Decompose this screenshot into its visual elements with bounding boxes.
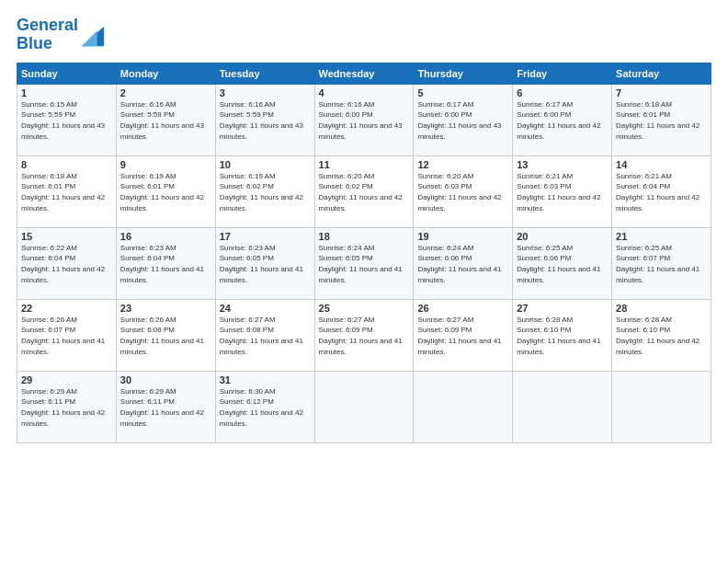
day-cell: 3 Sunrise: 6:16 AMSunset: 5:59 PMDayligh… xyxy=(215,84,314,155)
logo-icon xyxy=(80,22,106,48)
day-cell: 24 Sunrise: 6:27 AMSunset: 6:08 PMDaylig… xyxy=(215,299,314,371)
day-cell: 18 Sunrise: 6:24 AMSunset: 6:05 PMDaylig… xyxy=(314,227,414,299)
day-info: Sunrise: 6:27 AMSunset: 6:08 PMDaylight:… xyxy=(220,316,303,356)
page: General Blue SundayMondayTuesdayWednesda… xyxy=(0,0,728,563)
col-header-monday: Monday xyxy=(116,63,215,84)
day-cell: 13 Sunrise: 6:21 AMSunset: 6:03 PMDaylig… xyxy=(513,155,612,227)
day-info: Sunrise: 6:29 AMSunset: 6:11 PMDaylight:… xyxy=(120,387,204,428)
day-cell: 8 Sunrise: 6:18 AMSunset: 6:01 PMDayligh… xyxy=(17,155,117,227)
day-number: 2 xyxy=(120,87,211,98)
day-cell: 12 Sunrise: 6:20 AMSunset: 6:03 PMDaylig… xyxy=(414,155,513,227)
day-cell: 21 Sunrise: 6:25 AMSunset: 6:07 PMDaylig… xyxy=(612,227,711,299)
day-number: 17 xyxy=(220,231,311,242)
day-info: Sunrise: 6:20 AMSunset: 6:02 PMDaylight:… xyxy=(319,172,403,213)
day-info: Sunrise: 6:27 AMSunset: 6:09 PMDaylight:… xyxy=(319,316,403,356)
day-cell: 26 Sunrise: 6:27 AMSunset: 6:09 PMDaylig… xyxy=(414,299,513,371)
header: General Blue xyxy=(17,17,711,53)
day-cell: 15 Sunrise: 6:22 AMSunset: 6:04 PMDaylig… xyxy=(17,227,117,299)
day-number: 16 xyxy=(120,231,211,242)
svg-marker-1 xyxy=(82,30,97,46)
day-number: 21 xyxy=(616,231,707,242)
day-cell: 27 Sunrise: 6:28 AMSunset: 6:10 PMDaylig… xyxy=(513,299,612,371)
day-info: Sunrise: 6:18 AMSunset: 6:01 PMDaylight:… xyxy=(616,100,700,141)
day-info: Sunrise: 6:25 AMSunset: 6:07 PMDaylight:… xyxy=(616,244,700,284)
week-row-3: 15 Sunrise: 6:22 AMSunset: 6:04 PMDaylig… xyxy=(17,227,711,299)
day-number: 5 xyxy=(417,87,508,98)
day-number: 27 xyxy=(517,303,608,314)
day-number: 6 xyxy=(517,87,608,98)
day-cell: 25 Sunrise: 6:27 AMSunset: 6:09 PMDaylig… xyxy=(314,299,414,371)
day-info: Sunrise: 6:23 AMSunset: 6:05 PMDaylight:… xyxy=(220,244,303,284)
day-cell: 22 Sunrise: 6:26 AMSunset: 6:07 PMDaylig… xyxy=(17,299,117,371)
day-cell: 19 Sunrise: 6:24 AMSunset: 6:06 PMDaylig… xyxy=(414,227,513,299)
day-number: 25 xyxy=(319,303,410,314)
day-number: 15 xyxy=(21,231,112,242)
day-info: Sunrise: 6:27 AMSunset: 6:09 PMDaylight:… xyxy=(417,316,501,356)
col-header-tuesday: Tuesday xyxy=(215,63,314,84)
day-cell: 5 Sunrise: 6:17 AMSunset: 6:00 PMDayligh… xyxy=(414,84,513,155)
day-cell xyxy=(314,371,414,442)
day-info: Sunrise: 6:19 AMSunset: 6:02 PMDaylight:… xyxy=(220,172,303,213)
day-cell: 30 Sunrise: 6:29 AMSunset: 6:11 PMDaylig… xyxy=(116,371,215,442)
day-cell xyxy=(414,371,513,442)
day-number: 23 xyxy=(120,303,211,314)
col-header-wednesday: Wednesday xyxy=(314,63,414,84)
day-info: Sunrise: 6:16 AMSunset: 6:00 PMDaylight:… xyxy=(319,100,403,141)
day-number: 28 xyxy=(616,303,707,314)
day-info: Sunrise: 6:23 AMSunset: 6:04 PMDaylight:… xyxy=(120,244,204,284)
day-info: Sunrise: 6:21 AMSunset: 6:03 PMDaylight:… xyxy=(517,172,600,213)
col-header-saturday: Saturday xyxy=(612,63,711,84)
day-info: Sunrise: 6:22 AMSunset: 6:04 PMDaylight:… xyxy=(21,244,105,284)
day-number: 22 xyxy=(21,303,112,314)
day-info: Sunrise: 6:25 AMSunset: 6:06 PMDaylight:… xyxy=(517,244,600,284)
day-cell: 20 Sunrise: 6:25 AMSunset: 6:06 PMDaylig… xyxy=(513,227,612,299)
day-number: 11 xyxy=(319,159,410,170)
day-number: 10 xyxy=(220,159,311,170)
day-info: Sunrise: 6:20 AMSunset: 6:03 PMDaylight:… xyxy=(417,172,501,213)
day-cell: 6 Sunrise: 6:17 AMSunset: 6:00 PMDayligh… xyxy=(513,84,612,155)
logo-general: General xyxy=(17,16,78,34)
col-header-sunday: Sunday xyxy=(17,63,117,84)
col-header-thursday: Thursday xyxy=(414,63,513,84)
day-cell: 14 Sunrise: 6:21 AMSunset: 6:04 PMDaylig… xyxy=(612,155,711,227)
day-info: Sunrise: 6:18 AMSunset: 6:01 PMDaylight:… xyxy=(21,172,105,213)
day-number: 24 xyxy=(220,303,311,314)
week-row-2: 8 Sunrise: 6:18 AMSunset: 6:01 PMDayligh… xyxy=(17,155,711,227)
day-info: Sunrise: 6:24 AMSunset: 6:06 PMDaylight:… xyxy=(417,244,501,284)
day-number: 31 xyxy=(220,374,311,385)
logo-blue: Blue xyxy=(17,34,52,52)
day-number: 19 xyxy=(417,231,508,242)
day-number: 26 xyxy=(417,303,508,314)
day-number: 13 xyxy=(517,159,608,170)
day-cell: 31 Sunrise: 6:30 AMSunset: 6:12 PMDaylig… xyxy=(215,371,314,442)
day-cell: 23 Sunrise: 6:26 AMSunset: 6:08 PMDaylig… xyxy=(116,299,215,371)
day-cell: 1 Sunrise: 6:15 AMSunset: 5:59 PMDayligh… xyxy=(17,84,117,155)
day-info: Sunrise: 6:30 AMSunset: 6:12 PMDaylight:… xyxy=(220,387,303,428)
day-info: Sunrise: 6:21 AMSunset: 6:04 PMDaylight:… xyxy=(616,172,700,213)
header-row: SundayMondayTuesdayWednesdayThursdayFrid… xyxy=(17,63,711,84)
day-info: Sunrise: 6:28 AMSunset: 6:10 PMDaylight:… xyxy=(517,316,600,356)
day-info: Sunrise: 6:24 AMSunset: 6:05 PMDaylight:… xyxy=(319,244,403,284)
col-header-friday: Friday xyxy=(513,63,612,84)
day-info: Sunrise: 6:16 AMSunset: 5:59 PMDaylight:… xyxy=(220,100,303,141)
day-number: 14 xyxy=(616,159,707,170)
day-cell xyxy=(513,371,612,442)
day-number: 4 xyxy=(319,87,410,98)
day-info: Sunrise: 6:28 AMSunset: 6:10 PMDaylight:… xyxy=(616,316,700,356)
day-number: 30 xyxy=(120,374,211,385)
day-number: 12 xyxy=(417,159,508,170)
day-number: 1 xyxy=(21,87,112,98)
logo-text: General Blue xyxy=(17,17,78,53)
day-cell: 10 Sunrise: 6:19 AMSunset: 6:02 PMDaylig… xyxy=(215,155,314,227)
day-number: 3 xyxy=(220,87,311,98)
day-info: Sunrise: 6:16 AMSunset: 5:59 PMDaylight:… xyxy=(120,100,204,141)
day-cell: 29 Sunrise: 6:29 AMSunset: 6:11 PMDaylig… xyxy=(17,371,117,442)
day-cell: 17 Sunrise: 6:23 AMSunset: 6:05 PMDaylig… xyxy=(215,227,314,299)
day-number: 29 xyxy=(21,374,112,385)
week-row-5: 29 Sunrise: 6:29 AMSunset: 6:11 PMDaylig… xyxy=(17,371,711,442)
day-number: 9 xyxy=(120,159,211,170)
day-number: 8 xyxy=(21,159,112,170)
day-cell xyxy=(612,371,711,442)
day-number: 18 xyxy=(319,231,410,242)
day-cell: 2 Sunrise: 6:16 AMSunset: 5:59 PMDayligh… xyxy=(116,84,215,155)
